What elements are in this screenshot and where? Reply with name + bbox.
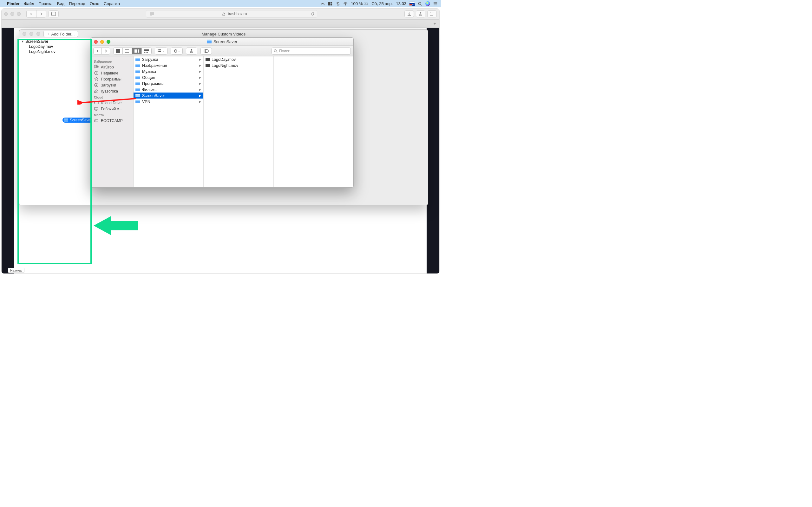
- safari-new-tab-button[interactable]: +: [430, 20, 439, 27]
- view-column-button[interactable]: [132, 48, 142, 54]
- sidebar-item-icloud[interactable]: iCloud Drive: [91, 100, 133, 106]
- folder-icon: [136, 70, 140, 73]
- safari-forward-button[interactable]: [36, 10, 46, 17]
- menu-view[interactable]: Вид: [57, 1, 65, 6]
- safari-url-host: trashbox.ru: [228, 12, 247, 16]
- status-layout-icon[interactable]: [328, 2, 333, 6]
- disclosure-triangle-icon[interactable]: ▼: [21, 40, 24, 43]
- menu-file[interactable]: Файл: [24, 1, 34, 6]
- folder-row[interactable]: Общие▶: [134, 74, 203, 80]
- finder-close-button[interactable]: [94, 40, 98, 44]
- finder-arrange-button[interactable]: ⌵: [155, 48, 167, 55]
- svg-point-9: [434, 4, 434, 5]
- svg-rect-19: [138, 49, 139, 53]
- safari-downloads-button[interactable]: [404, 10, 414, 17]
- sidebar-item-desktop[interactable]: Рабочий с...: [91, 106, 133, 112]
- folder-row-selected[interactable]: ScreenSaver▶: [134, 93, 203, 99]
- svg-point-33: [274, 49, 276, 52]
- finder-window-title: ScreenSaver: [207, 39, 237, 44]
- siri-icon[interactable]: [425, 1, 430, 6]
- bluetooth-icon[interactable]: [336, 2, 340, 6]
- finder-view-switch: [113, 48, 152, 55]
- svg-rect-1: [331, 2, 332, 3]
- svg-rect-2: [331, 4, 332, 5]
- svg-rect-37: [95, 107, 98, 110]
- file-row[interactable]: LogoDay.mov: [204, 56, 273, 62]
- svg-point-7: [434, 2, 434, 3]
- svg-point-30: [174, 50, 176, 52]
- finder-back-button[interactable]: [94, 48, 101, 54]
- svg-rect-14: [118, 49, 120, 51]
- menubar-time[interactable]: 13:03: [396, 1, 406, 6]
- spotlight-icon[interactable]: [418, 2, 422, 6]
- folder-icon: [136, 94, 140, 97]
- folder-row[interactable]: Музыка▶: [134, 68, 203, 74]
- file-row[interactable]: LogoNight.mov: [204, 62, 273, 68]
- menu-window[interactable]: Окно: [90, 1, 99, 6]
- tree-file[interactable]: LogoNight.mov: [19, 49, 91, 54]
- folder-row[interactable]: Фильмы▶: [134, 87, 203, 93]
- tree-file[interactable]: LogoDay.mov: [19, 44, 91, 49]
- svg-point-34: [96, 66, 97, 68]
- folder-row[interactable]: Программы▶: [134, 80, 203, 87]
- svg-rect-25: [159, 49, 160, 50]
- page-size-tag: Размер: [8, 268, 24, 273]
- search-placeholder: Поиск: [279, 49, 290, 53]
- folder-row[interactable]: Изображения▶: [134, 62, 203, 68]
- drag-ghost-label: ScreenSaver: [70, 118, 92, 122]
- finder-minimize-button[interactable]: [100, 40, 104, 44]
- menu-go[interactable]: Переход: [69, 1, 85, 6]
- input-source-flag[interactable]: [409, 2, 415, 5]
- finder-title-text: ScreenSaver: [213, 39, 237, 44]
- sidebar-item-bootcamp[interactable]: BOOTCAMP: [91, 118, 133, 124]
- chevron-right-icon: ▶: [199, 100, 201, 103]
- view-icon-button[interactable]: [113, 48, 122, 54]
- view-gallery-button[interactable]: [142, 48, 151, 54]
- notification-center-icon[interactable]: [433, 2, 438, 6]
- finder-action-button[interactable]: ⌵: [171, 48, 183, 55]
- sidebar-item-recents[interactable]: Недавние: [91, 70, 133, 76]
- wifi-icon[interactable]: [343, 2, 348, 6]
- safari-address-bar[interactable]: trashbox.ru: [146, 10, 317, 18]
- menu-help[interactable]: Справка: [104, 1, 120, 6]
- sidebar-item-home[interactable]: ilyasoroka: [91, 88, 133, 94]
- folder-row[interactable]: VPN▶: [134, 99, 203, 105]
- finder-sidebar: Избранное AirDrop Недавние Программы Заг…: [91, 56, 134, 187]
- chevron-right-icon: ▶: [199, 58, 201, 61]
- sidebar-item-downloads[interactable]: Загрузки: [91, 82, 133, 88]
- folder-icon: [136, 88, 140, 91]
- sidebar-item-airdrop[interactable]: AirDrop: [91, 64, 133, 70]
- svg-rect-27: [158, 51, 159, 52]
- finder-search-field[interactable]: Поиск: [271, 48, 351, 55]
- svg-rect-12: [430, 13, 433, 15]
- svg-rect-26: [160, 49, 161, 50]
- svg-point-8: [434, 3, 434, 4]
- status-arch-icon[interactable]: [320, 2, 325, 6]
- safari-traffic-lights[interactable]: [4, 12, 20, 16]
- safari-share-button[interactable]: [416, 10, 425, 17]
- finder-forward-button[interactable]: [101, 48, 110, 54]
- mcv-window-title: Manage Custom Videos: [19, 32, 428, 37]
- view-list-button[interactable]: [122, 48, 132, 54]
- finder-zoom-button[interactable]: [107, 40, 110, 44]
- safari-back-button[interactable]: [27, 10, 36, 17]
- menubar-date[interactable]: Сб, 25 апр.: [371, 1, 393, 6]
- battery-status[interactable]: 100 %: [351, 1, 368, 6]
- menu-edit[interactable]: Правка: [39, 1, 53, 6]
- finder-tags-button[interactable]: [200, 48, 212, 55]
- tree-root-label: ScreenSaver: [26, 39, 48, 44]
- safari-sidebar-button[interactable]: [49, 10, 59, 17]
- svg-point-32: [205, 50, 206, 52]
- safari-tabs-button[interactable]: [427, 10, 437, 17]
- finder-share-button[interactable]: [186, 48, 197, 55]
- folder-row[interactable]: Загрузки▶: [134, 56, 203, 62]
- mcv-folder-tree[interactable]: ▼ ScreenSaver LogoDay.mov LogoNight.mov …: [19, 38, 92, 205]
- svg-point-6: [418, 2, 421, 5]
- tree-root-node[interactable]: ▼ ScreenSaver: [19, 39, 91, 44]
- reload-icon[interactable]: [310, 12, 314, 16]
- finder-traffic-lights: [94, 40, 110, 44]
- sidebar-item-applications[interactable]: Программы: [91, 76, 133, 82]
- safari-tab-bar: +: [2, 20, 439, 28]
- app-name[interactable]: Finder: [7, 1, 20, 6]
- svg-rect-28: [159, 51, 160, 52]
